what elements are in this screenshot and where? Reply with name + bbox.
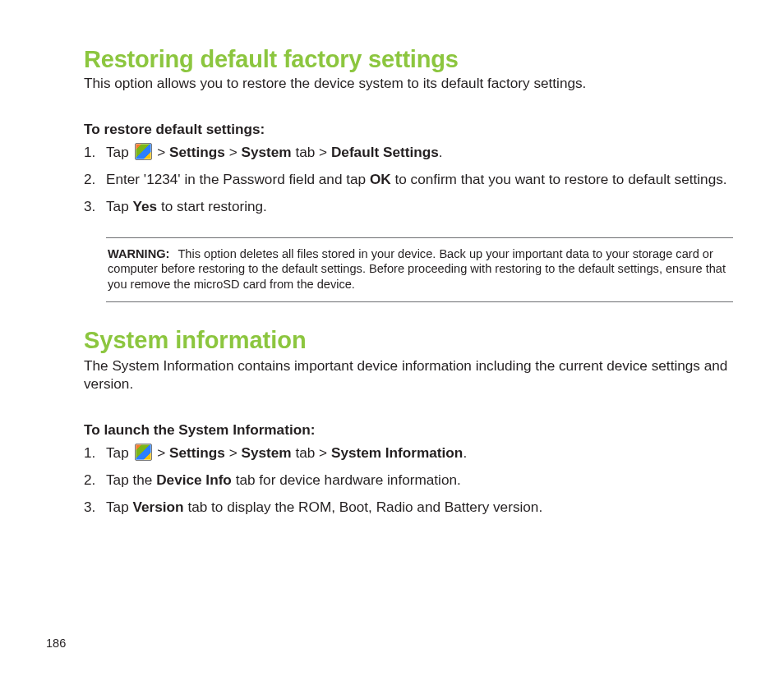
subheading-restore: To restore default settings: (84, 121, 733, 138)
step-text: Tap (106, 444, 133, 461)
bold-yes: Yes (133, 198, 158, 214)
warning-body: This option deletes all files stored in … (108, 247, 726, 290)
bold-version: Version (133, 499, 184, 515)
step-2-restore: Enter '1234' in the Password field and t… (84, 170, 733, 189)
bold-settings: Settings (169, 444, 225, 461)
step-3-sysinfo: Tap Version tab to display the ROM, Boot… (84, 498, 733, 517)
bold-system-information: System Information (331, 444, 463, 461)
step-text: > (154, 444, 170, 461)
warning-text: WARNING:This option deletes all files st… (108, 246, 731, 292)
step-3-restore: Tap Yes to start restoring. (84, 197, 733, 216)
step-text: . (463, 444, 467, 461)
step-1-sysinfo: Tap > Settings > System tab > System Inf… (84, 444, 733, 462)
bold-system: System (242, 444, 292, 461)
step-2-sysinfo: Tap the Device Info tab for device hardw… (84, 471, 733, 490)
subheading-sysinfo: To launch the System Information: (84, 421, 733, 439)
bold-settings: Settings (169, 144, 225, 160)
step-text: > (225, 444, 242, 461)
step-text: tab to display the ROM, Boot, Radio and … (184, 499, 543, 515)
step-text: Tap the (106, 471, 156, 488)
section-heading-sysinfo: System information (84, 327, 733, 354)
step-text: Tap (106, 198, 133, 214)
section-intro-restoring: This option allows you to restore the de… (84, 75, 733, 93)
step-text: > (225, 144, 242, 160)
steps-sysinfo: Tap > Settings > System tab > System Inf… (84, 444, 733, 517)
section-system-information: System information The System Informatio… (84, 327, 733, 517)
step-text: . (439, 144, 443, 160)
step-text: Enter '1234' in the Password field and t… (106, 171, 370, 187)
windows-start-icon (135, 143, 152, 160)
manual-page: Restoring default factory settings This … (0, 0, 784, 676)
page-number: 186 (46, 637, 66, 650)
bold-ok: OK (370, 171, 391, 187)
step-text: to confirm that you want to restore to d… (391, 171, 727, 187)
windows-start-icon (135, 444, 152, 461)
section-intro-sysinfo: The System Information contains importan… (84, 356, 733, 393)
step-text: Tap (106, 144, 133, 160)
bold-default-settings: Default Settings (331, 144, 439, 160)
bold-device-info: Device Info (156, 471, 232, 488)
warning-block: WARNING:This option deletes all files st… (106, 237, 733, 302)
step-1-restore: Tap > Settings > System tab > Default Se… (84, 143, 733, 162)
step-text: tab > (292, 144, 331, 160)
bold-system: System (242, 144, 292, 160)
step-text: Tap (106, 499, 133, 515)
step-text: tab > (292, 444, 331, 461)
step-text: tab for device hardware information. (232, 471, 461, 488)
step-text: > (154, 144, 170, 160)
steps-restore: Tap > Settings > System tab > Default Se… (84, 143, 733, 217)
section-heading-restoring: Restoring default factory settings (84, 46, 733, 73)
warning-label: WARNING: (108, 247, 178, 260)
step-text: to start restoring. (157, 198, 267, 214)
